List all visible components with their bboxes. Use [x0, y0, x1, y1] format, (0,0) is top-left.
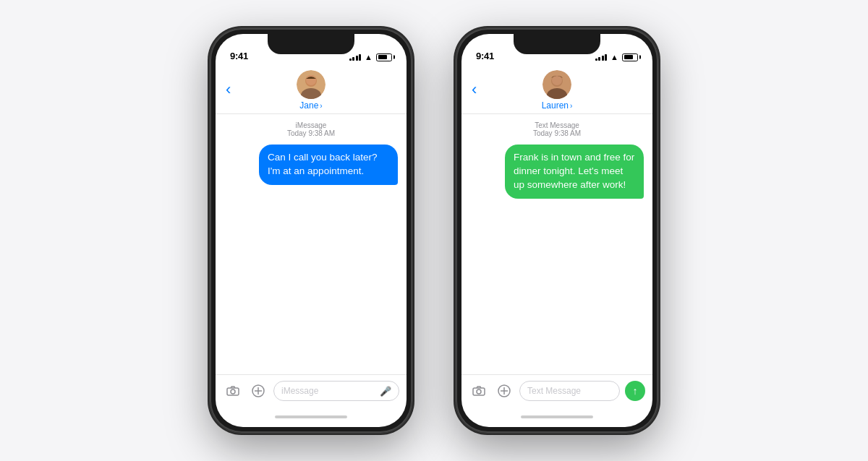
svg-point-5: [231, 389, 235, 394]
contact-area-2: Lauren ›: [542, 70, 573, 111]
wifi-icon-1: ▲: [365, 53, 373, 61]
nav-bar-1: ‹ Jane ›: [216, 66, 407, 114]
message-bubble-1: Can I call you back later? I'm at an app…: [259, 145, 398, 185]
battery-icon-1: [376, 53, 392, 61]
nav-bar-2: ‹ Lauren ›: [461, 66, 652, 114]
message-bubble-2: Frank is in town and free for dinner ton…: [505, 145, 644, 199]
back-button-1[interactable]: ‹: [226, 82, 231, 98]
camera-icon-2[interactable]: [469, 381, 489, 401]
contact-name-2[interactable]: Lauren ›: [542, 100, 573, 111]
phones-container: 9:41 ▲ ‹: [210, 28, 658, 433]
status-icons-2: ▲: [595, 53, 638, 61]
message-input-1[interactable]: iMessage 🎤: [273, 381, 399, 401]
phone-1: 9:41 ▲ ‹: [210, 28, 412, 433]
messages-area-1: iMessage Today 9:38 AM Can I call you ba…: [216, 114, 407, 374]
svg-point-12: [477, 389, 481, 394]
phone-2-screen: 9:41 ▲ ‹: [461, 34, 652, 427]
home-indicator-1: [216, 407, 407, 427]
phone-2: 9:41 ▲ ‹: [456, 28, 658, 433]
input-placeholder-2: Text Message: [527, 386, 581, 396]
phone-1-screen: 9:41 ▲ ‹: [216, 34, 407, 427]
mic-icon-1[interactable]: 🎤: [380, 386, 391, 397]
avatar-1: [297, 70, 326, 99]
send-arrow-icon: ↑: [633, 386, 638, 396]
status-icons-1: ▲: [349, 53, 392, 61]
avatar-2: [542, 70, 571, 99]
notch-2: [514, 34, 600, 54]
back-button-2[interactable]: ‹: [472, 82, 477, 98]
camera-icon-1[interactable]: [223, 381, 243, 401]
wifi-icon-2: ▲: [610, 53, 618, 61]
home-bar-2: [521, 415, 593, 418]
input-bar-2: Text Message ↑: [461, 374, 652, 407]
status-time-2: 9:41: [476, 51, 494, 61]
message-timestamp-2: Text Message Today 9:38 AM: [470, 121, 644, 137]
status-time-1: 9:41: [230, 51, 248, 61]
message-input-2[interactable]: Text Message: [519, 381, 620, 401]
notch-1: [268, 34, 354, 54]
messages-area-2: Text Message Today 9:38 AM Frank is in t…: [461, 114, 652, 374]
apps-icon-2[interactable]: [494, 381, 514, 401]
send-button-2[interactable]: ↑: [625, 381, 645, 401]
chevron-right-1: ›: [320, 102, 322, 110]
contact-area-1: Jane ›: [297, 70, 326, 111]
input-bar-1: iMessage 🎤: [216, 374, 407, 407]
signal-icon-1: [349, 53, 362, 61]
message-timestamp-1: iMessage Today 9:38 AM: [224, 121, 398, 137]
battery-icon-2: [622, 53, 638, 61]
input-placeholder-1: iMessage: [281, 386, 318, 396]
signal-icon-2: [595, 53, 608, 61]
apps-icon-1[interactable]: [248, 381, 268, 401]
contact-name-1[interactable]: Jane ›: [299, 100, 322, 111]
home-bar-1: [275, 415, 347, 418]
chevron-right-2: ›: [570, 102, 572, 110]
home-indicator-2: [461, 407, 652, 427]
